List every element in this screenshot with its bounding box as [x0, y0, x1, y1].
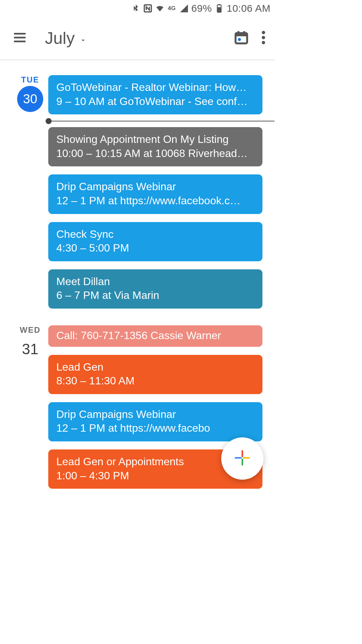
- overflow-menu-button[interactable]: [262, 31, 265, 46]
- weekday-label: WED: [20, 325, 41, 335]
- nfc-icon: [143, 4, 153, 13]
- svg-rect-13: [242, 459, 243, 465]
- svg-rect-7: [243, 31, 245, 34]
- event-card[interactable]: Showing Appointment On My Listing10:00 –…: [48, 127, 262, 166]
- svg-rect-6: [238, 31, 240, 34]
- menu-button[interactable]: [12, 30, 27, 47]
- day-row: TUE30GoToWebinar - Realtor Webinar: How……: [0, 75, 275, 325]
- event-detail: 4:30 – 5:00 PM: [56, 241, 254, 255]
- day-number: 30: [17, 86, 43, 112]
- event-detail: 10:00 – 10:15 AM at 10068 Riverhead…: [56, 147, 254, 161]
- day-number: 31: [17, 336, 43, 362]
- svg-rect-5: [236, 33, 247, 36]
- event-title: Showing Appointment On My Listing: [56, 132, 254, 147]
- bluetooth-icon: [131, 4, 140, 13]
- agenda-list[interactable]: TUE30GoToWebinar - Realtor Webinar: How……: [0, 60, 275, 505]
- event-detail: 12 – 1 PM at https://www.facebo: [56, 421, 254, 435]
- svg-rect-14: [235, 457, 242, 459]
- event-card[interactable]: Check Sync4:30 – 5:00 PM: [48, 222, 262, 261]
- event-title: Drip Campaigns Webinar: [56, 408, 254, 422]
- plus-icon: [233, 449, 251, 468]
- wifi-icon: [155, 4, 165, 13]
- event-detail: 12 – 1 PM at https://www.facebook.c…: [56, 194, 254, 208]
- svg-rect-3: [219, 4, 220, 5]
- event-detail: 8:30 – 11:30 AM: [56, 374, 254, 388]
- today-button[interactable]: [234, 30, 249, 47]
- event-title: Call: 760-717-1356 Cassie Warner: [56, 329, 254, 343]
- day-row: WED31Call: 760-717-1356 Cassie WarnerLea…: [0, 325, 275, 505]
- app-bar: July: [0, 17, 275, 60]
- event-title: GoToWebinar - Realtor Webinar: How…: [56, 80, 254, 95]
- weekday-label: TUE: [21, 75, 39, 85]
- battery-icon: [215, 4, 224, 13]
- event-card[interactable]: GoToWebinar - Realtor Webinar: How…9 – 1…: [48, 75, 262, 114]
- event-card[interactable]: Call: 760-717-1356 Cassie Warner: [48, 325, 262, 347]
- chevron-down-icon: [79, 29, 87, 48]
- event-card[interactable]: Drip Campaigns Webinar12 – 1 PM at https…: [48, 174, 262, 214]
- event-title: Lead Gen: [56, 360, 254, 374]
- signal-icon: [179, 4, 189, 13]
- svg-point-9: [262, 31, 265, 34]
- battery-percent: 69%: [191, 3, 212, 14]
- day-header[interactable]: TUE30: [12, 75, 48, 309]
- events-column: GoToWebinar - Realtor Webinar: How…9 – 1…: [48, 75, 262, 309]
- event-title: Check Sync: [56, 227, 254, 241]
- clock: 10:06 AM: [227, 3, 270, 14]
- lte-icon: 4G: [167, 4, 177, 13]
- svg-point-11: [262, 41, 265, 44]
- event-title: Drip Campaigns Webinar: [56, 180, 254, 194]
- day-header[interactable]: WED31: [12, 325, 48, 489]
- statusbar: 4G 69% 10:06 AM: [0, 0, 275, 17]
- svg-rect-2: [217, 7, 221, 12]
- create-event-fab[interactable]: [221, 437, 263, 480]
- svg-rect-12: [242, 450, 243, 457]
- event-card[interactable]: Meet Dillan6 – 7 PM at Via Marin: [48, 269, 262, 309]
- svg-rect-15: [243, 457, 250, 459]
- event-detail: 6 – 7 PM at Via Marin: [56, 288, 254, 303]
- svg-point-10: [262, 36, 265, 39]
- event-detail: 9 – 10 AM at GoToWebinar - See conf…: [56, 95, 254, 109]
- month-selector[interactable]: July: [45, 29, 87, 48]
- event-card[interactable]: Lead Gen8:30 – 11:30 AM: [48, 355, 262, 394]
- event-detail: 1:00 – 4:30 PM: [56, 469, 254, 483]
- svg-point-8: [238, 38, 241, 41]
- event-title: Meet Dillan: [56, 275, 254, 289]
- event-card[interactable]: Drip Campaigns Webinar12 – 1 PM at https…: [48, 402, 262, 441]
- month-label: July: [45, 29, 75, 48]
